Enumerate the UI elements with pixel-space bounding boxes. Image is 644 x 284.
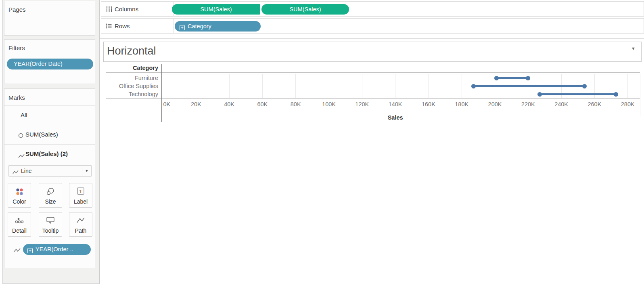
gridline xyxy=(627,74,628,98)
gridline xyxy=(295,74,296,98)
circle-mark[interactable] xyxy=(526,76,530,80)
circle-mark[interactable] xyxy=(614,92,618,97)
x-axis-title: Sales xyxy=(388,114,403,121)
line-mark[interactable] xyxy=(473,85,585,87)
category-label[interactable]: Furniture xyxy=(57,74,158,82)
line-mark[interactable] xyxy=(540,93,616,95)
category-label[interactable]: Technology xyxy=(57,90,158,98)
x-tick-label: 160K xyxy=(422,101,435,107)
gridline xyxy=(428,74,429,98)
chart-area: CategoryFurnitureOffice SuppliesTechnolo… xyxy=(0,0,644,284)
x-tick-label: 220K xyxy=(521,101,535,107)
category-label[interactable]: Office Supplies xyxy=(57,82,158,90)
x-tick-label: 120K xyxy=(355,101,369,107)
gridline xyxy=(196,74,196,98)
line-mark[interactable] xyxy=(497,77,528,79)
x-tick-label: 60K xyxy=(257,101,268,107)
gridline xyxy=(262,74,263,98)
y-axis-spine xyxy=(161,64,162,122)
gridline xyxy=(395,74,395,98)
row-header-divider xyxy=(106,72,640,73)
row-header: Category xyxy=(57,65,158,71)
x-tick-label: 260K xyxy=(588,101,601,107)
x-tick-label: 0K xyxy=(163,101,171,107)
circle-mark[interactable] xyxy=(471,84,476,88)
x-tick-label: 240K xyxy=(554,101,568,107)
x-tick-label: 140K xyxy=(389,101,402,107)
x-tick-label: 100K xyxy=(322,101,336,107)
x-tick-label: 80K xyxy=(291,101,301,107)
plot-right-border xyxy=(640,74,640,116)
plot-top-border xyxy=(161,74,640,74)
gridline xyxy=(329,74,329,98)
axis-bottom-line xyxy=(106,98,640,99)
x-tick-label: 180K xyxy=(455,101,468,107)
gridline xyxy=(362,74,362,98)
x-tick-label: 200K xyxy=(488,101,502,107)
gridline xyxy=(229,74,230,98)
x-tick-label: 40K xyxy=(224,101,234,107)
circle-mark[interactable] xyxy=(537,92,542,97)
circle-mark[interactable] xyxy=(494,76,499,80)
x-tick-label: 280K xyxy=(621,101,635,107)
gridline xyxy=(462,74,462,98)
x-tick-label: 20K xyxy=(191,101,201,107)
circle-mark[interactable] xyxy=(582,84,587,88)
